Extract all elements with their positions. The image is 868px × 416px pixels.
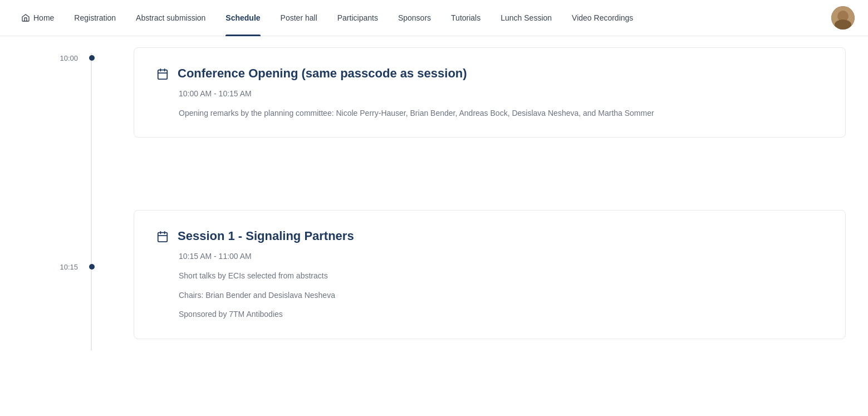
timeline-dot-2 [89, 264, 95, 270]
nav-item-abstract-submission[interactable]: Abstract submission [128, 0, 213, 36]
svg-rect-4 [158, 233, 168, 242]
nav-item-video-recordings[interactable]: Video Recordings [564, 0, 641, 36]
timeline-dot-1 [89, 55, 95, 61]
nav-item-home[interactable]: Home [13, 0, 62, 36]
nav-item-schedule[interactable]: Schedule [218, 0, 268, 36]
home-icon [21, 13, 30, 22]
time-label-2: 10:15 [0, 262, 89, 271]
nav-item-participants[interactable]: Participants [330, 0, 386, 36]
main-content: 10:00 10:15 [0, 36, 868, 350]
card-2-description: Short talks by ECIs selected from abstra… [156, 270, 823, 320]
card-2-desc-3: Sponsored by 7TM Antibodies [179, 308, 823, 320]
card-2-desc-1: Short talks by ECIs selected from abstra… [179, 270, 823, 282]
nav-item-sponsors[interactable]: Sponsors [390, 0, 439, 36]
card-2-time: 10:15 AM - 11:00 AM [156, 252, 823, 261]
svg-rect-0 [158, 70, 168, 80]
card-spacer [134, 138, 846, 210]
time-label-1: 10:00 [0, 53, 89, 62]
card-1-desc-1: Opening remarks by the planning committe… [179, 107, 823, 119]
card-1-header: Conference Opening (same passcode as ses… [156, 66, 823, 82]
calendar-icon-1 [156, 68, 169, 82]
card-2-header: Session 1 - Signaling Partners [156, 228, 823, 245]
nav-item-poster-hall[interactable]: Poster hall [273, 0, 325, 36]
timeline-entry-2: 10:15 [0, 62, 122, 271]
schedule-card-1: Conference Opening (same passcode as ses… [134, 47, 846, 138]
card-1-time: 10:00 AM - 10:15 AM [156, 89, 823, 98]
nav-item-tutorials[interactable]: Tutorials [443, 0, 488, 36]
nav-item-lunch-session[interactable]: Lunch Session [493, 0, 560, 36]
nav-item-registration[interactable]: Registration [66, 0, 124, 36]
timeline-entry-1: 10:00 [0, 36, 122, 62]
home-label: Home [33, 13, 54, 22]
card-1-title: Conference Opening (same passcode as ses… [178, 66, 467, 82]
card-1-description: Opening remarks by the planning committe… [156, 107, 823, 119]
navbar: Home Registration Abstract submission Sc… [0, 0, 868, 36]
card-2-title: Session 1 - Signaling Partners [178, 228, 354, 244]
card-2-desc-2: Chairs: Brian Bender and Desislava Neshe… [179, 289, 823, 301]
timeline: 10:00 10:15 [0, 36, 122, 350]
schedule-card-2: Session 1 - Signaling Partners 10:15 AM … [134, 210, 846, 339]
nav-items: Home Registration Abstract submission Sc… [13, 0, 831, 36]
cards-column: Conference Opening (same passcode as ses… [122, 36, 868, 350]
calendar-icon-2 [156, 231, 169, 245]
avatar[interactable] [831, 6, 855, 30]
